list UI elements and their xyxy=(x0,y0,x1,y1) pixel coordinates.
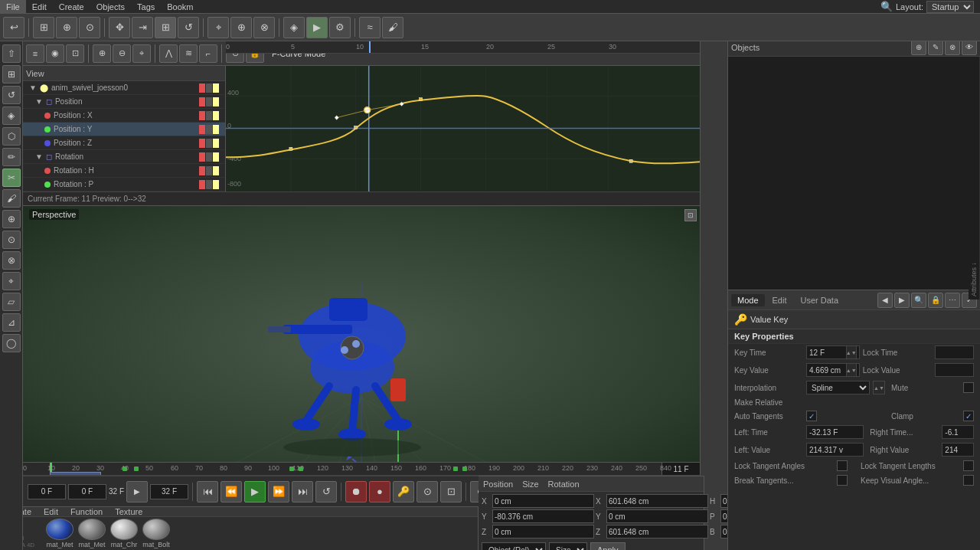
extrude-button[interactable]: ⊙ xyxy=(2,231,21,249)
z-position-input[interactable] xyxy=(492,525,594,539)
channel-position-group[interactable]: ▼ ◻ Position xyxy=(23,95,225,109)
loop-button[interactable]: ↺ xyxy=(315,481,337,503)
attr-tab-edit[interactable]: Edit xyxy=(766,294,793,306)
fc-menu-view[interactable]: ◉ xyxy=(46,44,64,63)
live-select-button[interactable]: ⬡ xyxy=(2,127,21,146)
undo-button[interactable]: ↩ xyxy=(3,17,24,38)
menu-edit[interactable]: Edit xyxy=(26,0,53,13)
render-button[interactable]: ◈ xyxy=(283,17,305,38)
select-button[interactable]: ✥ xyxy=(109,17,130,38)
y-size-input[interactable] xyxy=(606,509,708,523)
channel-position-y[interactable]: Position : Y xyxy=(23,123,225,136)
attr-back-button[interactable]: ◀ xyxy=(877,293,893,308)
right-time-value[interactable]: -6.1 xyxy=(942,425,974,439)
attr-forward-button[interactable]: ▶ xyxy=(894,293,910,308)
fc-delete-key[interactable]: ⊖ xyxy=(113,44,131,63)
material-item-2[interactable]: mat_Met xyxy=(78,519,106,548)
menu-file[interactable]: File xyxy=(0,0,26,13)
rotate-button[interactable]: ↺ xyxy=(178,17,199,38)
paint-button[interactable]: 🖌 xyxy=(382,17,403,38)
attr-more-button[interactable]: ⋯ xyxy=(945,293,960,308)
fc-spline[interactable]: ≋ xyxy=(179,44,198,63)
channel-object-row[interactable]: ▼ ⬤ anim_swivel_joesson0 xyxy=(23,81,225,95)
apply-button[interactable]: Apply xyxy=(590,542,626,550)
scale-button[interactable]: ⊞ xyxy=(155,17,176,38)
channel-rotation-p[interactable]: Rotation : P xyxy=(23,178,225,192)
fps-button[interactable]: ▶ xyxy=(126,481,148,503)
morph-button[interactable]: ≈ xyxy=(359,17,381,38)
menu-bookm[interactable]: Bookm xyxy=(161,0,199,13)
mat-function-menu[interactable]: Function xyxy=(67,507,106,516)
keyframe-4[interactable] xyxy=(299,467,303,471)
obj-edit-button[interactable]: ✎ xyxy=(928,40,943,55)
viewport-maximize-button[interactable]: ⊡ xyxy=(684,209,697,221)
move-tool-button[interactable]: ⇧ xyxy=(2,44,21,63)
menu-create[interactable]: Create xyxy=(53,0,90,13)
render-view-button[interactable]: ▶ xyxy=(306,17,328,38)
object-space-select[interactable]: Object (Rel) xyxy=(482,542,546,550)
lock-tangent-lengths-check[interactable] xyxy=(963,460,974,471)
key-time-spinner[interactable]: ▲▼ xyxy=(846,345,857,359)
x-position-input[interactable] xyxy=(492,494,594,508)
material-item-3[interactable]: mat_Chr xyxy=(110,519,138,548)
step-forward-button[interactable]: ⏩ xyxy=(268,481,289,503)
channel-rotation-group[interactable]: ▼ ◻ Rotation xyxy=(23,150,225,164)
fc-linear[interactable]: ⋀ xyxy=(159,44,178,63)
brush-button[interactable]: 🖌 xyxy=(2,189,21,208)
fc-step[interactable]: ⌐ xyxy=(199,44,217,63)
keep-visual-angle-check[interactable] xyxy=(963,475,974,486)
rotate-tool-button[interactable]: ↺ xyxy=(2,86,21,104)
select-tool-button[interactable]: ◈ xyxy=(2,106,21,125)
magnet-button[interactable]: ⊕ xyxy=(2,210,21,228)
mute-checkbox[interactable] xyxy=(963,382,974,393)
interpolation-select[interactable]: Spline xyxy=(806,381,870,394)
snap-button[interactable]: ⌖ xyxy=(207,17,229,38)
material-item-4[interactable]: mat_Bolt xyxy=(142,519,170,548)
key-value-value[interactable]: 4.669 cm ▲▼ xyxy=(806,363,860,377)
obj-mode-button[interactable]: ⊙ xyxy=(79,17,100,38)
play-button[interactable]: ▶ xyxy=(244,481,266,503)
auto-tangents-check[interactable]: ✓ xyxy=(806,411,817,421)
y-position-input[interactable] xyxy=(492,509,594,523)
fc-frame-all[interactable]: ⊡ xyxy=(66,44,84,63)
render-settings-button[interactable]: ⚙ xyxy=(329,17,351,38)
key-value-spinner[interactable]: ▲▼ xyxy=(846,363,857,377)
current-frame-input[interactable] xyxy=(28,484,66,499)
go-to-end-button[interactable]: ⏭ xyxy=(292,481,313,503)
scale-tool-button[interactable]: ⊞ xyxy=(2,65,21,83)
interp-spinner[interactable]: ▲▼ xyxy=(873,381,885,394)
attr-tab-userdata[interactable]: User Data xyxy=(795,294,845,306)
left-value-value[interactable]: 214.317 v xyxy=(806,443,864,457)
viewport-zoom-button[interactable]: ⊿ xyxy=(2,313,21,332)
layout-select[interactable]: Startup xyxy=(926,1,974,13)
obj-delete-button[interactable]: ⊗ xyxy=(945,40,960,55)
keyframe-2[interactable] xyxy=(134,467,139,471)
auto-key-button[interactable]: ⊙ xyxy=(416,481,438,503)
step-back-button[interactable]: ⏪ xyxy=(220,481,242,503)
move-button[interactable]: ⇥ xyxy=(132,17,153,38)
poly-pen-button[interactable]: ✏ xyxy=(2,148,21,166)
timeline-bar[interactable]: 0 10 20 30 40 50 60 70 80 90 100 110 120… xyxy=(23,462,701,476)
search-icon[interactable]: 🔍 xyxy=(880,1,893,12)
go-to-start-button[interactable]: ⏮ xyxy=(197,481,218,503)
mat-edit-menu[interactable]: Edit xyxy=(41,507,61,516)
lock-time-value[interactable] xyxy=(935,345,974,359)
model-mode-button[interactable]: ⊞ xyxy=(33,17,54,38)
keyframe-1[interactable] xyxy=(122,467,127,471)
knife-button[interactable]: ✂ xyxy=(2,169,21,187)
axis-button[interactable]: ⌖ xyxy=(2,272,21,290)
keyframe-5[interactable] xyxy=(453,467,458,471)
end-frame-input[interactable] xyxy=(150,484,188,499)
attr-search-button[interactable]: 🔍 xyxy=(911,293,926,308)
channel-position-z[interactable]: Position : Z xyxy=(23,136,225,150)
left-time-value[interactable]: -32.13 F xyxy=(806,425,864,439)
keyframe-button[interactable]: 🔑 xyxy=(393,481,414,503)
start-frame-input[interactable] xyxy=(68,484,106,499)
material-item-1[interactable]: mat_Met xyxy=(46,519,74,548)
snap3-button[interactable]: ⊗ xyxy=(253,17,275,38)
texture-mode-button[interactable]: ⊕ xyxy=(56,17,77,38)
viewport-3d[interactable]: Perspective ⊡ xyxy=(23,206,701,476)
motion-record-button[interactable]: ⊡ xyxy=(440,481,462,503)
z-size-input[interactable] xyxy=(606,525,708,539)
fcurve-graph[interactable]: 400 0 -400 -800 xyxy=(226,66,700,192)
